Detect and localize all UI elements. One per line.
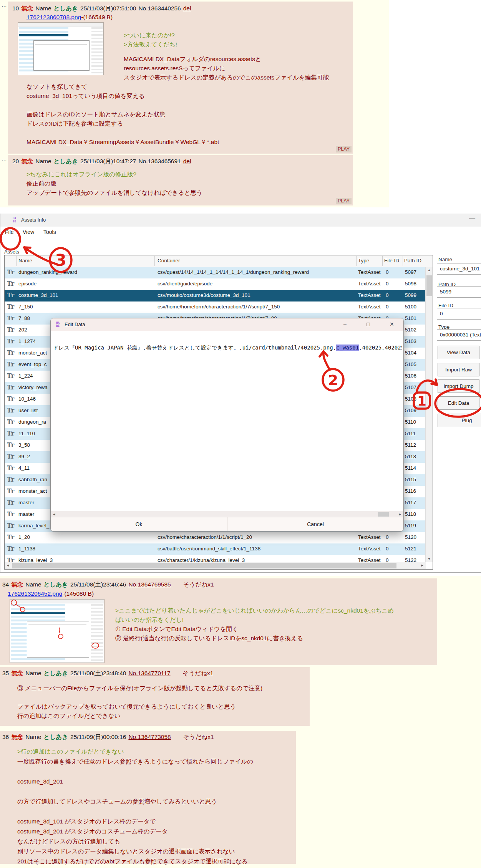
textasset-icon: Tr — [7, 487, 14, 495]
quote-line: >ここまではたどり着いたんじゃがどこをいじればいいのかわからん…のでどこにsc_… — [115, 606, 394, 615]
table-row[interactable]: Trepisodecsv/client/guide/episodeTextAss… — [5, 278, 426, 290]
plugins-button[interactable]: Plug — [438, 414, 481, 427]
sodane-count[interactable]: そうだねx1 — [183, 734, 214, 740]
column-container[interactable]: Container — [158, 258, 180, 263]
thumb-dialog — [27, 621, 89, 658]
quote-line: >ちなみにこれはオフライン版の修正版? — [27, 170, 202, 179]
post-name-label: Name — [35, 158, 51, 164]
table-horizontal-scrollbar[interactable]: ◄ ► — [5, 562, 426, 569]
table-row[interactable]: Trkizuna_level_3csv/character/1/kizuna/k… — [5, 555, 426, 562]
play-button[interactable]: PLAY — [336, 146, 352, 152]
minimize-icon[interactable]: — — [469, 215, 475, 222]
field-fileid-value[interactable]: 0 — [437, 308, 481, 320]
textasset-icon: Tr — [7, 315, 14, 322]
column-name[interactable]: Name — [18, 258, 32, 263]
column-type[interactable]: Type — [358, 258, 369, 263]
uabe-app-icon: UABE — [11, 217, 18, 224]
thumb-side-panel — [91, 27, 103, 73]
menu-file[interactable]: File — [5, 229, 14, 235]
post-number: 35 — [2, 670, 9, 676]
textasset-icon: Tr — [7, 476, 14, 483]
text-line: なソフトを探してきて — [27, 82, 219, 91]
table-vertical-scrollbar[interactable]: ▲ ▼ — [425, 267, 433, 562]
table-row[interactable]: Tr1_20csv/home/characteraction/1/1/scrip… — [5, 532, 426, 543]
textasset-icon: Tr — [7, 522, 14, 529]
text-line: アップデートで参照先のファイルを消してなければできると思う — [27, 188, 202, 197]
cancel-button[interactable]: Cancel — [227, 517, 403, 531]
dialog-horizontal-scrollbar[interactable]: ◄ ► — [51, 511, 403, 517]
import-dump-button[interactable]: Import Dump — [438, 379, 479, 393]
file-link[interactable]: 1762613206452.png — [8, 590, 62, 597]
scrollbar-thumb[interactable] — [426, 275, 432, 296]
scrollbar-thumb[interactable] — [378, 512, 389, 517]
textasset-icon: Tr — [7, 303, 14, 310]
file-link[interactable]: 1762123860788.png — [27, 14, 81, 20]
scroll-right-icon[interactable]: ► — [396, 511, 403, 517]
table-row[interactable]: Tr7_150csv/home/homeform/characteraction… — [5, 301, 426, 313]
scroll-left-icon[interactable]: ◄ — [51, 511, 58, 517]
field-type-value[interactable]: 0x00000031 (Text — [437, 329, 481, 341]
dialog-csv-text[interactable]: ドレス『UR Magica JAPAN 花織』,着せ替えドレスとして設定できます… — [53, 345, 402, 352]
table-row[interactable]: Trdungeon_ranking_rewardcsv/quest/14/14_… — [5, 267, 426, 278]
cell-path-id: 5103 — [405, 338, 416, 344]
quote-line: >ついに来たのか!? — [124, 31, 177, 40]
edit-data-button[interactable]: Edit Data — [438, 396, 479, 410]
table-row[interactable]: Tr1_1138csv/battle/user/command_skill_ef… — [5, 543, 426, 555]
field-name-value[interactable]: costume_3d_101 — [437, 263, 481, 275]
sodane-count[interactable]: そうだねx1 — [183, 670, 214, 676]
assets-table-header[interactable]: Name Container Type File ID Path ID — [5, 255, 433, 267]
scroll-right-icon[interactable]: ► — [419, 562, 426, 569]
scroll-up-icon[interactable]: ▲ — [426, 267, 433, 273]
del-link[interactable]: del — [183, 5, 191, 12]
textasset-icon: Tr — [7, 533, 14, 541]
window-titlebar[interactable]: UABE Assets Info — — [0, 214, 481, 227]
field-name-label: Name — [438, 257, 452, 262]
menu-tools[interactable]: Tools — [43, 229, 56, 235]
post-menu-dots[interactable]: ⋯ — [2, 157, 7, 163]
post-name-label: Name — [35, 5, 51, 12]
menu-view[interactable]: View — [23, 229, 34, 235]
cell-type: TextAsset — [358, 281, 381, 287]
minimize-icon[interactable]: – — [343, 321, 347, 327]
csv-text-before: ドレス『UR Magica JAPAN 花織』,着せ替えドレスとして設定できます… — [53, 345, 336, 351]
field-pathid-value[interactable]: 5099 — [437, 286, 481, 298]
cell-name: 3_58 — [18, 442, 30, 448]
post-thumbnail-image[interactable] — [18, 22, 104, 75]
post-no-link[interactable]: No.1364773058 — [128, 734, 171, 740]
cell-path-id: 5099 — [405, 292, 416, 298]
ok-button[interactable]: Ok — [51, 517, 227, 531]
post-no-link[interactable]: No.1364770117 — [128, 670, 170, 676]
view-data-button[interactable]: View Data — [438, 346, 479, 359]
sodane-count[interactable]: そうだねx1 — [183, 581, 214, 588]
close-icon[interactable]: ✕ — [390, 321, 394, 327]
post-20-body: >ちなみにこれはオフライン版の修正版?修正前の版アップデートで参照先のファイルを… — [27, 170, 202, 197]
cell-path-id: 5098 — [405, 281, 416, 287]
post-no-link[interactable]: No.1364769585 — [128, 581, 171, 588]
post-thumbnail-image[interactable] — [10, 599, 104, 663]
dialog-buttons: Ok Cancel — [51, 517, 403, 531]
cell-path-id: 5097 — [405, 269, 416, 275]
post-name-label: Name — [25, 670, 41, 676]
play-button[interactable]: PLAY — [336, 198, 352, 204]
post-menu-dots[interactable]: ⋯ — [2, 3, 7, 9]
dialog-titlebar[interactable]: UABE Edit Data – □ ✕ — [51, 318, 403, 331]
post-34-body: >ここまではたどり着いたんじゃがどこをいじればいいのかわからん…のでどこにsc_… — [115, 606, 394, 643]
maximize-icon[interactable]: □ — [367, 321, 370, 327]
post-10-quotes: >ついに来たのか!?>方法教えてくだち! — [124, 31, 177, 49]
column-file-id[interactable]: File ID — [384, 258, 399, 263]
table-row[interactable]: Trcostume_3d_101csv/mouko/costume3d/cost… — [5, 290, 426, 301]
scroll-left-icon[interactable]: ◄ — [5, 562, 12, 569]
post-name-label: Name — [25, 734, 41, 740]
cell-file-id: 0 — [386, 534, 389, 540]
textasset-icon: Tr — [7, 268, 14, 276]
scroll-down-icon[interactable]: ▼ — [426, 556, 433, 562]
post-date: 25/11/08(土)23:48:40 — [70, 670, 126, 676]
column-path-id[interactable]: Path ID — [404, 258, 421, 263]
import-raw-button[interactable]: Import Raw — [438, 363, 479, 376]
scrollbar-thumb[interactable] — [12, 563, 396, 568]
assets-section-label: Assets — [4, 249, 19, 255]
textasset-icon: Tr — [7, 441, 14, 449]
cell-name: user_list — [18, 407, 38, 413]
text-line — [27, 101, 219, 110]
del-link[interactable]: del — [183, 158, 191, 164]
